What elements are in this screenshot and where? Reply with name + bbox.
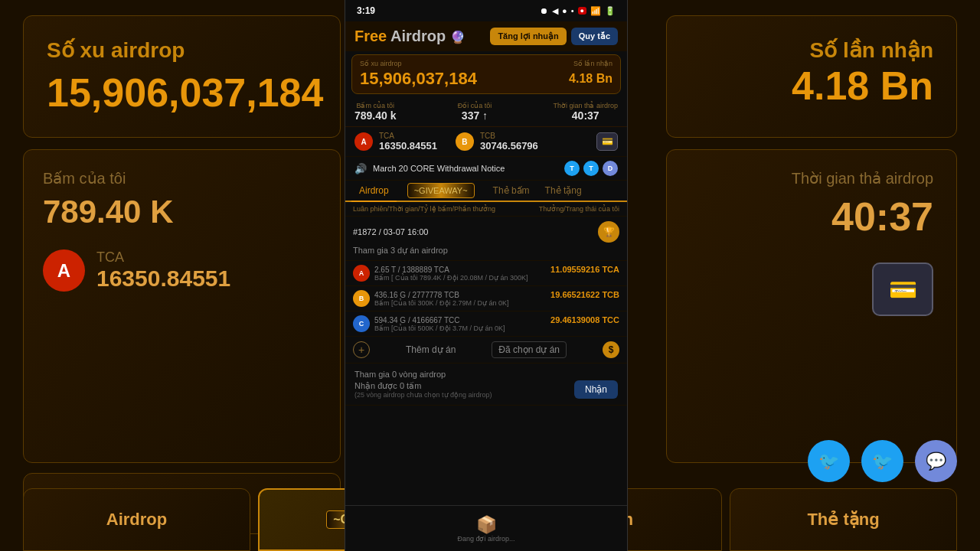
receive-row: Nhận được 0 tấm (25 vòng airdrop chưa ch… <box>354 380 618 399</box>
app-tabs: Airdrop ~GIVEAWAY~ Thẻ bấm Thẻ tặng <box>345 181 627 202</box>
so-xu-value: 15,906,037,184 <box>360 69 477 89</box>
proj-tcc-top: 594.34 G / 4166667 TCC 29.46139008 TCC <box>374 315 619 324</box>
airdrop-desc: Tham gia 3 dự án airdrop <box>353 246 619 256</box>
proj-tcc-info: 594.34 G / 4166667 TCC 29.46139008 TCC B… <box>374 315 619 332</box>
tab-airdrop[interactable]: Airdrop <box>23 488 250 551</box>
receive-note: (25 vòng airdrop chưa chọn tự động airdr… <box>354 391 492 399</box>
right-top-title: Số lần nhận <box>810 37 933 63</box>
doi-col: Đối của tôi 337 ↑ <box>458 102 492 122</box>
project-row-tcc: C 594.34 G / 4166667 TCC 29.46139008 TCC… <box>345 311 627 337</box>
tca-token-name: TCA <box>379 132 437 140</box>
twitter-icon-1[interactable]: 🐦 <box>808 440 850 482</box>
notice-twitter-btn[interactable]: T <box>564 161 580 176</box>
wallet-small-icon[interactable]: 💳 <box>596 132 618 151</box>
status-icons: ⏺ ◀ ● • ● 📶 🔋 <box>540 6 616 16</box>
bam-info-value: 789.40 k <box>354 109 397 122</box>
bottom-nav-text: Đang đợi airdrop... <box>457 535 514 543</box>
tcb-token-icon: B <box>456 132 474 151</box>
tab-the-bam[interactable]: Thẻ bấm <box>485 181 537 202</box>
discord-icon[interactable]: 💬 <box>915 440 957 482</box>
selected-project-button[interactable]: Đã chọn dự án <box>492 341 567 358</box>
tca-token-block: TCA 16350.84551 <box>379 132 437 152</box>
tcb-token-value: 30746.56796 <box>480 140 538 152</box>
left-top-title: Số xu airdrop <box>47 37 185 63</box>
right-top-value: 4.18 Bn <box>792 63 933 109</box>
time-value: 40:37 <box>831 194 933 240</box>
right-mid-panel: Thời gian thả airdrop 40:37 💳 <box>666 149 957 463</box>
summary-line1: Tham gia 0 vòng airdrop <box>354 370 618 379</box>
tab-tang[interactable]: Thẻ tặng <box>730 488 957 551</box>
bottom-nav: 📦 Đang đợi airdrop... <box>345 505 627 551</box>
proj-tca-info: 2.65 T / 1388889 TCA 11.09559216 TCA Bấm… <box>374 265 619 282</box>
twitter-icon-2[interactable]: 🐦 <box>861 440 903 482</box>
sub-header-right: Thưởng/Trang thái của tôi <box>539 205 619 213</box>
stats-val-row: 15,906,037,184 4.18 Bn <box>360 69 612 89</box>
tab-giveaway-mobile[interactable]: ~GIVEAWAY~ <box>397 181 485 202</box>
tcb-token-name: TCB <box>480 132 538 140</box>
quy-tac-button[interactable]: Quy tắc <box>571 28 618 45</box>
time-info-value: 40:37 <box>572 109 599 122</box>
airdrop-header: #1872 / 03-07 16:00 🏆 <box>353 221 619 243</box>
notice-socials: T T D <box>564 161 618 176</box>
notice-bar-text: March 20 CORE Withdrawal Notice <box>373 164 505 173</box>
logo-free: Free <box>354 28 390 44</box>
receive-line2: Nhận được 0 tấm <box>354 381 492 391</box>
airdrop-item: #1872 / 03-07 16:00 🏆 Tham gia 3 dự án a… <box>345 217 627 261</box>
proj-tcc-icon: C <box>353 315 370 332</box>
dot-icon: • <box>571 6 574 15</box>
app-header: Free Airdrop 🔮 Tăng lợi nhuận Quy tắc <box>345 21 627 51</box>
record-icon: ⏺ <box>540 6 548 15</box>
airdrop-id: #1872 / 03-07 16:00 <box>353 227 428 236</box>
bam-info-label: Bấm của tôi <box>356 102 394 109</box>
left-top-value: 15,906,037,184 <box>47 70 323 116</box>
time-label: Thời gian thả airdrop <box>792 169 933 187</box>
logo-airdrop: Airdrop <box>390 28 446 44</box>
tca-icon: A <box>43 249 85 292</box>
tab-airdrop-mobile[interactable]: Airdrop <box>351 181 397 202</box>
tab-the-tang[interactable]: Thẻ tặng <box>537 181 590 202</box>
wifi-icon: 📶 <box>590 6 601 16</box>
so-lan-label: Số lần nhận <box>573 60 612 67</box>
proj-tcb-icon: B <box>353 290 370 307</box>
right-top-panel: Số lần nhận 4.18 Bn <box>666 15 957 138</box>
app-logo: Free Airdrop 🔮 <box>354 28 466 45</box>
proj-tca-icon: A <box>353 265 370 282</box>
proj-tcc-reward: 29.46139008 TCC <box>550 315 619 324</box>
notice-discord-btn[interactable]: D <box>603 161 618 176</box>
info-row: Bấm của tôi 789.40 k Đối của tôi 337 ↑ T… <box>345 97 627 127</box>
sub-header-left: Luân phiên/Thời gian/Tỷ lệ bấm/Phần thưở… <box>353 205 495 213</box>
proj-tca-ratio: 2.65 T / 1388889 TCA <box>374 266 449 274</box>
live-icon: ● <box>578 7 586 15</box>
status-time: 3:19 <box>357 5 375 16</box>
add-project-row[interactable]: + Thêm dự án Đã chọn dự án $ <box>345 337 627 364</box>
airdrop-summary: Tham gia 0 vòng airdrop Nhận được 0 tấm … <box>345 364 627 406</box>
dollar-button[interactable]: $ <box>603 341 619 358</box>
bam-label: Bấm của tôi <box>43 169 321 187</box>
time-info-label: Thời gian thả airdrop <box>553 102 618 109</box>
tca-value: 16350.84551 <box>96 266 230 292</box>
notice-bar-speaker: 🔊 <box>354 163 367 174</box>
notice-bar: 🔊 March 20 CORE Withdrawal Notice T T D <box>345 157 627 181</box>
wallet-icon: 💳 <box>872 262 933 316</box>
notice-twitter-btn-2[interactable]: T <box>583 161 599 176</box>
time-col: Thời gian thả airdrop 40:37 <box>553 102 618 122</box>
proj-tcb-top: 436.16 G / 2777778 TCB 19.66521622 TCB <box>374 290 619 299</box>
so-xu-label: Số xu airdrop <box>360 60 402 67</box>
receive-button[interactable]: Nhận <box>574 380 618 399</box>
proj-tca-detail: Bấm [ Của tôi 789.4K / Đội 20.08M / Dự á… <box>374 274 619 282</box>
so-lan-value: 4.18 Bn <box>569 72 612 86</box>
proj-tcc-ratio: 594.34 G / 4166667 TCC <box>374 316 460 324</box>
proj-tca-reward: 11.09559216 TCA <box>550 265 619 274</box>
project-row-tca: A 2.65 T / 1388889 TCA 11.09559216 TCA B… <box>345 261 627 286</box>
proj-tcb-ratio: 436.16 G / 2777778 TCB <box>374 291 459 299</box>
left-mid-panel: Bấm của tôi 789.40 K A TCA 16350.84551 <box>23 149 341 463</box>
tang-loi-nhuan-button[interactable]: Tăng lợi nhuận <box>490 28 566 45</box>
add-project-button[interactable]: + <box>353 341 370 358</box>
airdrop-item-icon: 🏆 <box>598 221 619 243</box>
mobile-overlay: 3:19 ⏺ ◀ ● • ● 📶 🔋 Free Airdrop 🔮 Tăng l… <box>345 0 628 551</box>
receive-info-block: Nhận được 0 tấm (25 vòng airdrop chưa ch… <box>354 381 492 399</box>
tca-token-value: 16350.84551 <box>379 140 437 152</box>
location-icon: ◀ <box>552 6 558 16</box>
proj-tcb-reward: 19.66521622 TCB <box>550 290 619 299</box>
left-top-panel: Số xu airdrop 15,906,037,184 <box>23 15 341 138</box>
